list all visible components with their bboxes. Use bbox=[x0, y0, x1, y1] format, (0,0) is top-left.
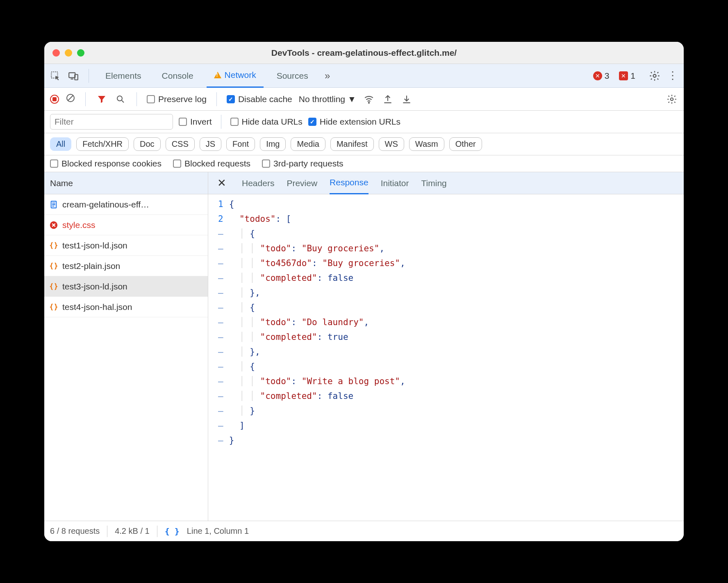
network-settings-icon[interactable] bbox=[666, 93, 678, 105]
type-chip-js[interactable]: JS bbox=[200, 137, 221, 151]
blocked-cookies-checkbox[interactable]: Blocked response cookies bbox=[50, 159, 162, 169]
tab-sources[interactable]: Sources bbox=[269, 64, 316, 88]
device-toggle-icon[interactable] bbox=[67, 70, 80, 82]
upload-har-icon[interactable] bbox=[382, 93, 394, 105]
detail-tab-initiator[interactable]: Initiator bbox=[381, 172, 409, 194]
detail-tab-timing[interactable]: Timing bbox=[421, 172, 447, 194]
pretty-print-icon[interactable]: { } bbox=[165, 526, 180, 536]
throttling-select[interactable]: No throttling ▼ bbox=[299, 94, 356, 104]
json-icon bbox=[49, 241, 58, 250]
request-row[interactable]: cream-gelatinous-eff… bbox=[44, 194, 208, 215]
request-row[interactable]: test1-json-ld.json bbox=[44, 235, 208, 256]
settings-icon[interactable] bbox=[648, 70, 661, 82]
tab-elements[interactable]: Elements bbox=[98, 64, 149, 88]
devtools-window: DevTools - cream-gelatinous-effect.glitc… bbox=[44, 42, 684, 541]
checkbox-icon bbox=[230, 118, 239, 126]
type-chip-manifest[interactable]: Manifest bbox=[330, 137, 374, 151]
main-split: Name cream-gelatinous-eff…style.csstest1… bbox=[44, 172, 684, 521]
error-icon: ✕ bbox=[593, 71, 602, 80]
titlebar: DevTools - cream-gelatinous-effect.glitc… bbox=[44, 42, 684, 64]
svg-point-3 bbox=[653, 74, 656, 77]
request-name: test3-json-ld.json bbox=[62, 282, 127, 292]
type-chip-all[interactable]: All bbox=[50, 137, 71, 151]
preserve-log-checkbox[interactable]: Preserve log bbox=[147, 94, 207, 104]
invert-checkbox[interactable]: Invert bbox=[179, 117, 212, 127]
svg-point-7 bbox=[671, 98, 673, 100]
type-chip-wasm[interactable]: Wasm bbox=[409, 137, 444, 151]
divider bbox=[157, 526, 157, 537]
hide-ext-label: Hide extension URLs bbox=[320, 117, 400, 127]
tab-console[interactable]: Console bbox=[155, 64, 201, 88]
inspect-icon[interactable] bbox=[49, 70, 61, 82]
filter-icon[interactable] bbox=[96, 93, 108, 105]
checkbox-icon bbox=[50, 159, 58, 168]
clear-button[interactable] bbox=[66, 93, 75, 105]
close-detail-icon[interactable]: ✕ bbox=[214, 177, 230, 189]
request-name: test2-plain.json bbox=[62, 261, 120, 271]
detail-pane: ✕ Headers Preview Response Initiator Tim… bbox=[208, 172, 684, 521]
error-count-badge[interactable]: ✕ 3 bbox=[593, 71, 610, 81]
maximize-window-button[interactable] bbox=[77, 49, 84, 57]
divider bbox=[89, 69, 89, 83]
error-icon bbox=[49, 221, 58, 230]
request-name: style.css bbox=[62, 220, 96, 230]
type-chip-fetchxhr[interactable]: Fetch/XHR bbox=[76, 137, 129, 151]
response-code[interactable]: 12––––––––––––––– { "todos": [ │ { │ │ "… bbox=[208, 194, 684, 521]
issue-count: 1 bbox=[630, 71, 635, 81]
traffic-lights bbox=[52, 49, 84, 57]
chevron-down-icon: ▼ bbox=[348, 94, 356, 104]
issue-count-badge[interactable]: ✕ 1 bbox=[619, 71, 635, 81]
type-chip-ws[interactable]: WS bbox=[379, 137, 404, 151]
detail-tab-headers[interactable]: Headers bbox=[242, 172, 274, 194]
request-name: cream-gelatinous-eff… bbox=[62, 200, 149, 210]
blocked-requests-checkbox[interactable]: Blocked requests bbox=[173, 159, 250, 169]
more-tabs-icon[interactable]: » bbox=[321, 70, 334, 82]
type-chip-css[interactable]: CSS bbox=[166, 137, 195, 151]
request-row[interactable]: test3-json-ld.json bbox=[44, 276, 208, 297]
extra-filters-toolbar: Blocked response cookies Blocked request… bbox=[44, 155, 684, 172]
network-conditions-icon[interactable] bbox=[363, 93, 375, 105]
json-icon bbox=[49, 303, 58, 312]
hide-extension-urls-checkbox[interactable]: Hide extension URLs bbox=[308, 117, 400, 127]
search-icon[interactable] bbox=[114, 93, 127, 105]
window-title: DevTools - cream-gelatinous-effect.glitc… bbox=[271, 48, 457, 58]
divider bbox=[107, 526, 107, 537]
download-har-icon[interactable] bbox=[400, 93, 413, 105]
type-chip-other[interactable]: Other bbox=[449, 137, 482, 151]
disable-cache-label: Disable cache bbox=[238, 94, 292, 104]
request-count: 6 / 8 requests bbox=[50, 526, 100, 536]
warning-icon bbox=[214, 72, 221, 78]
request-row[interactable]: style.css bbox=[44, 215, 208, 235]
json-icon bbox=[49, 282, 58, 291]
json-icon bbox=[49, 262, 58, 271]
type-chip-doc[interactable]: Doc bbox=[134, 137, 161, 151]
request-row[interactable]: test4-json-hal.json bbox=[44, 297, 208, 317]
request-name: test4-json-hal.json bbox=[62, 302, 132, 312]
divider bbox=[221, 115, 221, 129]
kebab-menu-icon[interactable]: ⋮ bbox=[667, 70, 679, 82]
hide-data-urls-checkbox[interactable]: Hide data URLs bbox=[230, 117, 303, 127]
request-row[interactable]: test2-plain.json bbox=[44, 256, 208, 276]
svg-point-6 bbox=[369, 102, 369, 103]
checkbox-icon bbox=[173, 159, 181, 168]
detail-tabs: ✕ Headers Preview Response Initiator Tim… bbox=[208, 172, 684, 194]
filter-input[interactable] bbox=[50, 114, 173, 130]
checkbox-icon bbox=[227, 95, 235, 103]
detail-tab-preview[interactable]: Preview bbox=[287, 172, 317, 194]
requests-list: cream-gelatinous-eff…style.csstest1-json… bbox=[44, 194, 208, 317]
main-tabs-toolbar: Elements Console Network Sources » ✕ 3 ✕… bbox=[44, 64, 684, 88]
minimize-window-button[interactable] bbox=[65, 49, 72, 57]
third-party-checkbox[interactable]: 3rd-party requests bbox=[262, 159, 343, 169]
type-chip-font[interactable]: Font bbox=[226, 137, 255, 151]
tab-network[interactable]: Network bbox=[207, 64, 264, 88]
type-chip-img[interactable]: Img bbox=[260, 137, 286, 151]
doc-icon bbox=[49, 200, 58, 209]
issue-icon: ✕ bbox=[619, 71, 628, 80]
detail-tab-response[interactable]: Response bbox=[330, 172, 369, 194]
checkbox-icon bbox=[147, 95, 155, 103]
close-window-button[interactable] bbox=[52, 49, 60, 57]
disable-cache-checkbox[interactable]: Disable cache bbox=[227, 94, 292, 104]
record-button[interactable] bbox=[50, 95, 59, 104]
sidebar-header-name[interactable]: Name bbox=[44, 172, 208, 194]
type-chip-media[interactable]: Media bbox=[291, 137, 325, 151]
